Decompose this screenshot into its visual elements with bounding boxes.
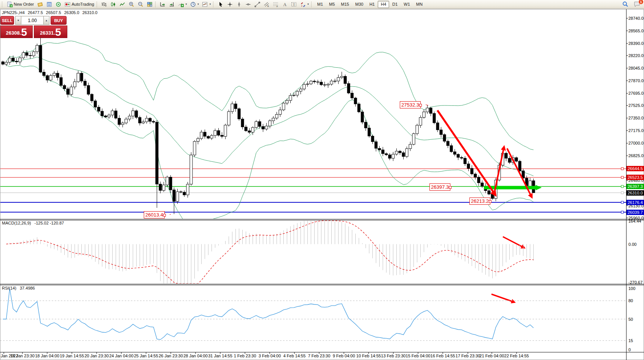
svg-text:A: A bbox=[283, 2, 286, 7]
autotrading-icon bbox=[64, 1, 70, 7]
sell-price-pip: 5 bbox=[21, 27, 27, 37]
price-axis-badge: 26039.7 bbox=[627, 210, 644, 215]
auto-scroll-button[interactable] bbox=[158, 0, 167, 8]
macd-values: -125.02 -120.87 bbox=[34, 221, 64, 225]
arrows-button[interactable]: ▾ bbox=[298, 0, 310, 8]
templates-button[interactable]: ▾ bbox=[200, 0, 213, 8]
text-button[interactable]: A bbox=[280, 0, 289, 8]
date-axis-label: 7 Feb 23:30 bbox=[308, 354, 331, 358]
text-label-icon: T bbox=[291, 1, 297, 7]
notification-badge: 1 bbox=[638, 0, 644, 5]
navigator-button[interactable] bbox=[54, 0, 63, 8]
zoom-out-icon bbox=[138, 1, 144, 7]
crosshair-icon bbox=[227, 1, 233, 7]
tf-mn[interactable]: MN bbox=[413, 1, 426, 8]
tf-m15[interactable]: M15 bbox=[338, 1, 352, 8]
chat-button[interactable]: 1 bbox=[632, 0, 641, 8]
price-object-label[interactable]: 26213.2 bbox=[469, 198, 490, 205]
date-axis-label: 19 Jan 14:55 bbox=[60, 354, 84, 358]
tf-m1[interactable]: M1 bbox=[314, 1, 326, 8]
templates-icon bbox=[202, 1, 208, 7]
macd-axis-tick: 164.44 bbox=[628, 219, 644, 223]
price-object-label[interactable]: 26013.4 bbox=[144, 211, 165, 218]
new-order-label: New Order bbox=[14, 2, 34, 6]
open-value: 26477.5 bbox=[28, 10, 43, 15]
high-value: 26507.5 bbox=[46, 10, 61, 15]
periods-icon bbox=[190, 1, 196, 7]
chart-bars-icon bbox=[101, 1, 107, 7]
indicators-button[interactable]: ▾ bbox=[177, 0, 189, 8]
channel-button[interactable]: E bbox=[262, 0, 271, 8]
buy-price-pip: 5 bbox=[55, 27, 61, 37]
tf-w1[interactable]: W1 bbox=[401, 1, 413, 8]
navigator-icon bbox=[55, 1, 61, 7]
market-watch-button[interactable] bbox=[35, 0, 45, 8]
date-axis-label: 18 Jan 04:00 bbox=[35, 354, 59, 358]
search-button[interactable] bbox=[621, 0, 630, 8]
rsi-value: 37.4986 bbox=[20, 286, 35, 290]
data-window-button[interactable] bbox=[45, 0, 54, 8]
price-axis-tick: 27695.0 bbox=[628, 91, 644, 96]
zoom-in-button[interactable] bbox=[127, 0, 136, 8]
sell-price[interactable]: 26308.5 bbox=[0, 25, 33, 38]
autotrading-button[interactable]: AutoTrading bbox=[63, 0, 96, 8]
sell-button[interactable]: SELL bbox=[0, 16, 14, 25]
rsi-header: RSI(14) 37.4986 bbox=[2, 286, 37, 290]
volume-input[interactable] bbox=[21, 16, 43, 25]
toolbar-grip bbox=[2, 2, 3, 7]
toolbar-grip bbox=[311, 2, 313, 7]
text-label-button[interactable]: T bbox=[289, 0, 298, 8]
rsi-label: RSI(14) bbox=[2, 286, 16, 290]
volume-up-button[interactable]: ▲ bbox=[43, 16, 49, 25]
macd-label: MACD(12,26,9) bbox=[2, 221, 31, 225]
svg-text:F: F bbox=[277, 5, 278, 7]
zoom-out-button[interactable] bbox=[136, 0, 145, 8]
tf-h4[interactable]: H4 bbox=[378, 1, 389, 8]
date-axis-label: 16 Jan 23:30 bbox=[10, 354, 35, 358]
chart-candles-icon bbox=[110, 1, 116, 7]
cursor-button[interactable] bbox=[216, 0, 225, 8]
periods-button[interactable]: ▾ bbox=[188, 0, 200, 8]
chart-bars-button[interactable] bbox=[100, 0, 109, 8]
vline-icon bbox=[236, 1, 242, 7]
trendline-button[interactable] bbox=[253, 0, 262, 8]
chart-candles-button[interactable] bbox=[109, 0, 118, 8]
price-axis-badge: 26644.5 bbox=[627, 166, 644, 171]
price-object-label[interactable]: 27532.3 bbox=[400, 101, 421, 108]
date-axis-label: 24 Jan 04:00 bbox=[109, 354, 134, 358]
price-axis-badge: 26397.3 bbox=[627, 184, 644, 189]
rsi-axis-tick: 50 bbox=[628, 317, 644, 322]
tf-m30[interactable]: M30 bbox=[352, 1, 366, 8]
fibonacci-button[interactable]: F bbox=[271, 0, 280, 8]
chart-canvas[interactable] bbox=[0, 0, 644, 360]
tf-h1[interactable]: H1 bbox=[366, 1, 378, 8]
hline-button[interactable] bbox=[243, 0, 253, 8]
tile-windows-button[interactable] bbox=[145, 0, 154, 8]
tf-m5[interactable]: M5 bbox=[326, 1, 338, 8]
price-axis-tick: 28565.0 bbox=[628, 29, 644, 33]
crosshair-button[interactable] bbox=[225, 0, 234, 8]
date-axis-label: 21 Feb 04:00 bbox=[480, 354, 504, 358]
text-icon: A bbox=[281, 1, 288, 7]
data-window-icon bbox=[46, 1, 52, 7]
vline-button[interactable] bbox=[234, 0, 243, 8]
toolbar-grip bbox=[213, 2, 215, 7]
rsi-axis-tick: 80 bbox=[628, 298, 644, 303]
price-object-label[interactable]: 26397.3 bbox=[429, 183, 450, 191]
arrows-icon bbox=[300, 1, 306, 7]
buy-price[interactable]: 26331.5 bbox=[34, 25, 67, 38]
chart-line-button[interactable] bbox=[118, 0, 127, 8]
price-axis-tick: 27525.0 bbox=[628, 103, 644, 108]
volume-down-button[interactable]: ▼ bbox=[15, 16, 21, 25]
new-order-button[interactable]: New Order bbox=[5, 0, 35, 8]
price-axis-tick: 27000.0 bbox=[628, 141, 644, 145]
price-axis-tick: 28220.0 bbox=[628, 53, 644, 58]
price-axis-tick: 27175.0 bbox=[628, 128, 644, 133]
buy-button[interactable]: BUY bbox=[51, 16, 67, 25]
rsi-axis-tick: 15 bbox=[628, 338, 644, 343]
price-axis-badge: 26176.4 bbox=[627, 200, 644, 205]
date-axis-label: 4 Feb 14:55 bbox=[283, 354, 306, 358]
chart-shift-button[interactable] bbox=[167, 0, 177, 8]
tf-d1[interactable]: D1 bbox=[389, 1, 401, 8]
date-axis-label: 3 Feb 04:00 bbox=[259, 354, 281, 358]
